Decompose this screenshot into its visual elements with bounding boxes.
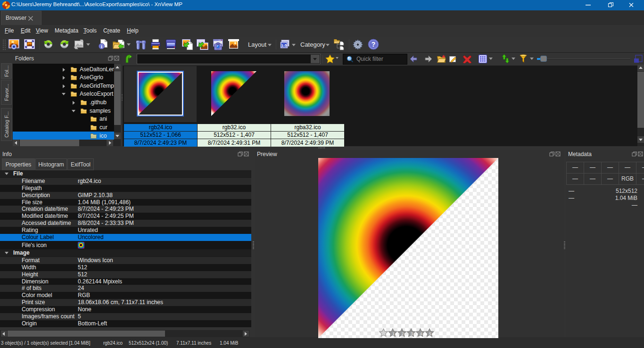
svg-text:1: 1 xyxy=(392,331,395,336)
svg-text:2: 2 xyxy=(401,331,404,336)
svg-text:i: i xyxy=(101,43,102,49)
svg-text:?: ? xyxy=(372,41,376,48)
svg-text:1-5: 1-5 xyxy=(281,43,287,48)
svg-text:5: 5 xyxy=(429,331,431,336)
svg-text:4: 4 xyxy=(420,331,422,336)
svg-text:3: 3 xyxy=(411,331,413,336)
